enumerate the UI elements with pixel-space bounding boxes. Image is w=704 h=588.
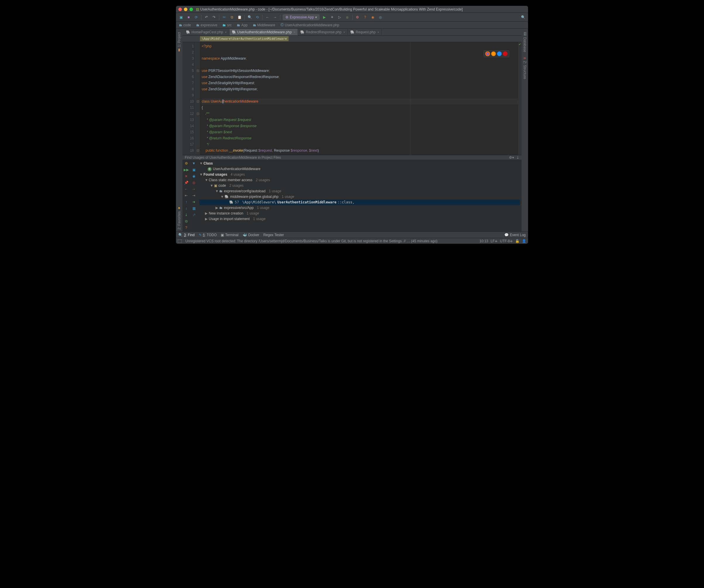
- export-icon[interactable]: ⤓: [516, 155, 519, 159]
- close-icon[interactable]: ×: [343, 30, 345, 34]
- next-icon[interactable]: →: [191, 187, 196, 192]
- paste-icon[interactable]: 📋: [237, 15, 242, 20]
- tree-node[interactable]: ▶New instance creation 1 usage: [199, 211, 520, 216]
- sort-icon[interactable]: ↓²: [191, 212, 196, 217]
- editor-tab[interactable]: 🐘Request.php×: [348, 29, 382, 36]
- prev-icon[interactable]: ←: [184, 187, 189, 192]
- breadcrumb-item[interactable]: ⒸUserAuthenticationMiddleware.php: [280, 22, 340, 27]
- undo-icon[interactable]: ↶: [204, 15, 209, 20]
- target-icon[interactable]: ◎: [191, 180, 196, 185]
- close-icon[interactable]: ×: [225, 30, 227, 34]
- tree-node[interactable]: ▶🖿expressive/src/App 1 usage: [199, 205, 520, 211]
- safari-icon[interactable]: [497, 52, 502, 56]
- usages-tree[interactable]: ▼Class CUserAuthenticationMiddleware ▼Fo…: [198, 159, 522, 232]
- tree-node[interactable]: ▼🖿expressive/config/autoload 1 usage: [199, 189, 520, 194]
- breadcrumb-item[interactable]: 🖿expressive: [195, 23, 218, 27]
- debug-icon[interactable]: ✷: [330, 15, 335, 20]
- opera-icon[interactable]: [503, 52, 508, 56]
- breadcrumb-item[interactable]: 🖿App: [236, 23, 248, 27]
- editor-tab[interactable]: 🐘RedirectResponse.php×: [298, 29, 348, 36]
- autoscroll-icon[interactable]: ➜: [191, 199, 196, 205]
- scope-icon[interactable]: ◉: [191, 174, 196, 179]
- tree-node[interactable]: ▼Found usages 4 usages: [199, 172, 520, 177]
- forward-icon[interactable]: →: [273, 15, 278, 20]
- open-icon[interactable]: ▣: [178, 15, 184, 20]
- breadcrumb-item[interactable]: 🖿code: [178, 23, 191, 27]
- close-icon[interactable]: ×: [294, 30, 295, 34]
- rerun-icon[interactable]: ▶▶: [184, 167, 189, 173]
- search-everywhere-icon[interactable]: 🔍: [520, 15, 526, 20]
- line-separator[interactable]: LF≑: [490, 239, 497, 243]
- tool-window-toggle[interactable]: [178, 239, 182, 243]
- find-tool-button[interactable]: 🔍3: Find: [178, 233, 195, 237]
- replace-icon[interactable]: ⟲: [255, 15, 260, 20]
- back-icon[interactable]: ←: [265, 15, 270, 20]
- fold-column[interactable]: ⊟⊟⊟⊟: [196, 42, 200, 155]
- todo-tool-button[interactable]: ✎6: TODO: [199, 233, 217, 237]
- gear-icon[interactable]: ⚙▾: [509, 155, 514, 159]
- settings-icon[interactable]: ⚙: [355, 15, 360, 20]
- breadcrumb-item[interactable]: 🖿Middleware: [252, 23, 276, 27]
- up-icon[interactable]: ↑: [184, 199, 189, 205]
- pin-icon[interactable]: 📌: [184, 180, 189, 185]
- project-tool-button[interactable]: ▮ 1: Project: [177, 30, 182, 54]
- editor-tab-active[interactable]: 🐘UserAuthenticationMiddleware.php×: [230, 29, 298, 36]
- code-area[interactable]: <?php namespace App\Middleware; use PSR7…: [200, 42, 518, 155]
- file-encoding[interactable]: UTF-8≑: [500, 239, 513, 243]
- run-config-dropdown[interactable]: ⚙ Expressive App ▾: [283, 14, 319, 20]
- settings-icon[interactable]: ⚙: [184, 161, 189, 166]
- preview-icon[interactable]: ▦: [191, 206, 196, 211]
- close-icon[interactable]: ✕: [184, 174, 189, 179]
- sync-icon[interactable]: ⟳: [193, 15, 199, 20]
- save-icon[interactable]: ■: [186, 15, 191, 20]
- breadcrumb-item[interactable]: 🖿src: [222, 23, 232, 27]
- tree-node[interactable]: ▶Usage in import statement 1 usage: [199, 216, 520, 222]
- docker-tool-button[interactable]: 🐳Docker: [243, 233, 259, 237]
- read-only-toggle[interactable]: 🔓: [515, 239, 520, 243]
- structure-tool-button[interactable]: ⋔ Z: Structure: [522, 55, 527, 81]
- php-icon: 🐘: [232, 30, 236, 34]
- tree-node[interactable]: ▼▣code 2 usages: [199, 183, 520, 189]
- close-window-button[interactable]: [178, 8, 182, 11]
- stop-icon[interactable]: ⧈: [345, 15, 350, 20]
- zoom-window-button[interactable]: [189, 8, 193, 11]
- firefox-icon[interactable]: [491, 52, 496, 56]
- more-icon[interactable]: ◎: [378, 15, 383, 20]
- namespace-path[interactable]: \App\Middleware\UserAuthenticationMiddle…: [200, 36, 289, 41]
- help-icon[interactable]: ?: [184, 225, 189, 230]
- copy-icon[interactable]: ⧉: [184, 218, 189, 224]
- tree-node[interactable]: ▼Class: [199, 161, 520, 166]
- find-icon[interactable]: 🔍: [247, 15, 252, 20]
- terminal-tool-button[interactable]: ▣Terminal: [221, 233, 238, 237]
- cursor-position[interactable]: 10:13: [479, 239, 488, 243]
- cut-icon[interactable]: ✂: [222, 15, 227, 20]
- copy-icon[interactable]: ⧉: [229, 15, 234, 20]
- chrome-icon[interactable]: [485, 52, 490, 56]
- help-icon[interactable]: ?: [362, 15, 368, 20]
- database-tool-button[interactable]: 🗄 Database: [522, 30, 527, 54]
- export-icon[interactable]: ⤓: [184, 212, 189, 217]
- collapse-icon[interactable]: ⇤: [184, 193, 189, 198]
- tree-node[interactable]: CUserAuthenticationMiddleware: [199, 166, 520, 172]
- tree-node[interactable]: ▼Class static member access 2 usages: [199, 177, 520, 183]
- regex-tool-button[interactable]: Regex Tester: [263, 233, 284, 237]
- error-stripe[interactable]: ✔: [518, 42, 522, 155]
- tree-node[interactable]: ▼🐘middleware-pipeline.global.php 1 usage: [199, 194, 520, 200]
- left-tool-rail: ▮ 1: Project 2: Favorites ★: [176, 28, 182, 232]
- filter-icon[interactable]: ▼: [191, 161, 196, 166]
- minimize-window-button[interactable]: [184, 8, 187, 11]
- close-icon[interactable]: ×: [377, 30, 379, 34]
- usage-row[interactable]: 🐘57 \App\Middleware\UserAuthenticationMi…: [199, 200, 520, 205]
- group-icon[interactable]: ▣: [191, 167, 196, 173]
- inspect-icon[interactable]: ◉: [370, 15, 375, 20]
- editor-tab[interactable]: 🐘HomePageCest.php×: [184, 29, 230, 36]
- code-editor[interactable]: 123456789101112131415161718 ⊟⊟⊟⊟ <?php n…: [182, 42, 522, 155]
- favorites-tool-button[interactable]: 2: Favorites ★: [177, 204, 182, 232]
- redo-icon[interactable]: ↷: [212, 15, 217, 20]
- run-icon[interactable]: ▶: [322, 15, 327, 20]
- coverage-icon[interactable]: ▷: [337, 15, 342, 20]
- expand-icon[interactable]: ⇥: [191, 193, 196, 198]
- down-icon[interactable]: ↓: [184, 206, 189, 211]
- event-log-button[interactable]: 💬Event Log: [504, 233, 526, 237]
- hector-icon[interactable]: 👤: [522, 239, 526, 243]
